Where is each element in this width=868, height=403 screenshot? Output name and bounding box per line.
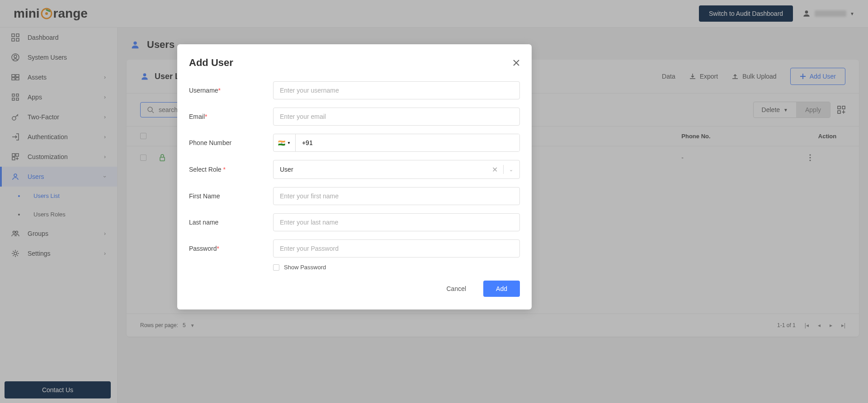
form-row-password: Password*	[189, 239, 520, 258]
last-name-label: Last name	[189, 219, 273, 226]
last-name-input[interactable]	[273, 213, 520, 231]
clear-icon[interactable]: ✕	[492, 165, 498, 174]
role-value: User	[280, 166, 293, 173]
modal-title: Add User	[189, 57, 233, 69]
password-input[interactable]	[273, 239, 520, 258]
phone-input-group: 🇮🇳 ▼	[273, 134, 520, 152]
email-input[interactable]	[273, 108, 520, 126]
country-code-selector[interactable]: 🇮🇳 ▼	[274, 134, 296, 151]
show-password-label: Show Password	[284, 264, 326, 271]
divider	[503, 165, 504, 174]
select-icons: ✕ ⌄	[492, 165, 513, 174]
chevron-down-icon[interactable]: ⌄	[509, 167, 513, 173]
phone-input[interactable]	[296, 134, 519, 151]
first-name-label: First Name	[189, 192, 273, 200]
add-button[interactable]: Add	[483, 281, 520, 297]
first-name-input[interactable]	[273, 187, 520, 205]
cancel-button[interactable]: Cancel	[435, 281, 477, 297]
modal-header: Add User	[189, 57, 520, 69]
form-row-role: Select Role * User ✕ ⌄	[189, 160, 520, 179]
add-user-modal: Add User Username* Email* Phone Number 🇮…	[177, 44, 532, 309]
form-row-first: First Name	[189, 187, 520, 205]
role-label: Select Role *	[189, 166, 273, 173]
close-icon[interactable]	[513, 59, 520, 66]
form-row-last: Last name	[189, 213, 520, 231]
chevron-down-icon: ▼	[287, 141, 291, 145]
username-input[interactable]	[273, 81, 520, 99]
show-password-checkbox[interactable]	[273, 264, 279, 271]
email-label: Email*	[189, 113, 273, 120]
show-password-row: Show Password	[273, 264, 520, 271]
flag-icon: 🇮🇳	[278, 140, 285, 146]
form-row-email: Email*	[189, 108, 520, 126]
password-label: Password*	[189, 245, 273, 252]
modal-footer: Cancel Add	[189, 281, 520, 297]
phone-label: Phone Number	[189, 139, 273, 146]
form-row-username: Username*	[189, 81, 520, 99]
username-label: Username*	[189, 87, 273, 94]
form-row-phone: Phone Number 🇮🇳 ▼	[189, 134, 520, 152]
role-select[interactable]: User ✕ ⌄	[273, 160, 520, 179]
